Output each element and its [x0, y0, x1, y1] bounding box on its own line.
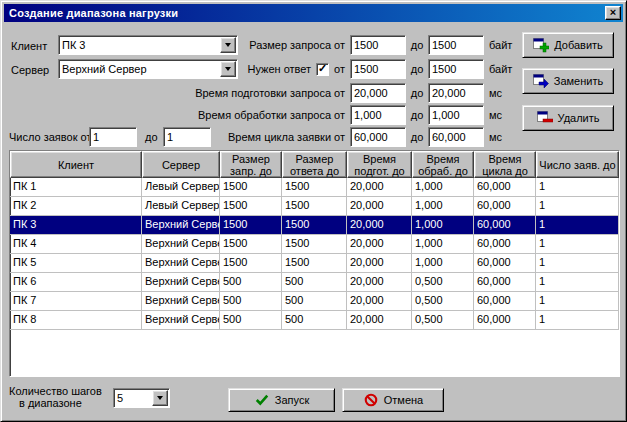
cancel-button-label: Отмена	[384, 394, 423, 406]
process-time-to-input[interactable]	[428, 105, 484, 125]
table-cell: Верхний Сервер	[142, 216, 220, 235]
table-row[interactable]: ПК 3Верхний Сервер1500150020,0001,00060,…	[10, 216, 619, 235]
process-time-unit: мс	[484, 109, 516, 121]
to-label: до	[406, 63, 428, 75]
from-label: от	[334, 63, 345, 75]
table-cell: 60,000	[474, 235, 536, 254]
chevron-down-icon	[157, 396, 163, 400]
replace-button[interactable]: Заменить	[522, 68, 614, 94]
table-cell: 500	[282, 311, 347, 330]
run-button-label: Запуск	[275, 394, 309, 406]
table-cell: ПК 5	[10, 254, 142, 273]
table-cell: 1	[536, 311, 619, 330]
to-label: до	[406, 39, 428, 51]
run-button[interactable]: Запуск	[228, 388, 335, 412]
table-cell: 500	[282, 292, 347, 311]
answer-size-from-input[interactable]	[350, 59, 406, 79]
request-count-from-input[interactable]	[89, 127, 137, 147]
table-cell: 1,000	[412, 197, 474, 216]
table-cell: 1,000	[412, 178, 474, 197]
add-button[interactable]: Добавить	[522, 32, 614, 58]
table-row[interactable]: ПК 5Верхний Сервер1500150020,0001,00060,…	[10, 254, 619, 273]
table-cell: 60,000	[474, 216, 536, 235]
table-cell: ПК 1	[10, 178, 142, 197]
table-cell: 1	[536, 235, 619, 254]
table-cell: 1	[536, 178, 619, 197]
window-title: Создание диапазона нагрузки	[9, 7, 605, 19]
request-size-from-input[interactable]	[350, 35, 406, 55]
table-body: ПК 1Левый Сервер1500150020,0001,00060,00…	[10, 178, 619, 330]
request-size-label: Размер запроса от	[183, 39, 350, 51]
column-header[interactable]: Число заяв. до	[536, 151, 619, 178]
table-row[interactable]: ПК 4Верхний Сервер1500150020,0001,00060,…	[10, 235, 619, 254]
table-cell: 1	[536, 254, 619, 273]
cycle-time-to-input[interactable]	[428, 127, 484, 147]
close-icon[interactable]: ×	[605, 6, 621, 20]
table-cell: 1	[536, 273, 619, 292]
column-header[interactable]: Клиент	[10, 151, 142, 178]
column-header[interactable]: Время цикла до	[474, 151, 536, 178]
steps-label: Количество шагов в диапазоне	[9, 385, 102, 409]
to-label: до	[406, 131, 428, 143]
table-cell: 500	[282, 273, 347, 292]
request-size-to-input[interactable]	[428, 35, 484, 55]
client-label: Клиент	[11, 40, 47, 52]
table-cell: 1500	[220, 235, 282, 254]
table-cell: Верхний Сервер	[142, 235, 220, 254]
need-answer-label: Нужен ответ	[247, 63, 311, 75]
prepare-time-from-input[interactable]	[350, 83, 406, 103]
table-cell: Верхний Сервер	[142, 273, 220, 292]
steps-dropdown-button[interactable]	[152, 390, 168, 406]
answer-size-unit: байт	[484, 63, 516, 75]
request-count-to-input[interactable]	[163, 127, 211, 147]
table-cell: 60,000	[474, 311, 536, 330]
delete-button[interactable]: Удалить	[522, 105, 614, 131]
table-cell: 20,000	[347, 311, 412, 330]
table-cell: 500	[220, 311, 282, 330]
column-header[interactable]: Время обраб. до	[412, 151, 474, 178]
prepare-time-label: Время подготовки запроса от	[183, 87, 350, 99]
title-bar[interactable]: Создание диапазона нагрузки ×	[4, 4, 623, 22]
table-cell: 500	[220, 292, 282, 311]
prepare-time-unit: мс	[484, 87, 516, 99]
steps-combobox[interactable]: 5	[113, 388, 170, 408]
process-time-row: Время обработки запроса от до мс	[183, 105, 516, 125]
column-header[interactable]: Сервер	[142, 151, 220, 178]
table-cell: 1500	[282, 197, 347, 216]
replace-icon	[533, 73, 549, 89]
table-cell: ПК 6	[10, 273, 142, 292]
add-button-label: Добавить	[554, 39, 603, 51]
table-cell: 60,000	[474, 178, 536, 197]
table-cell: 20,000	[347, 292, 412, 311]
table-row[interactable]: ПК 2Левый Сервер1500150020,0001,00060,00…	[10, 197, 619, 216]
table-cell: 1,000	[412, 254, 474, 273]
delete-button-label: Удалить	[558, 112, 600, 124]
cycle-time-from-input[interactable]	[350, 127, 406, 147]
steps-label-line1: Количество шагов	[9, 385, 102, 397]
table-cell: 60,000	[474, 197, 536, 216]
need-answer-checkbox[interactable]: ✓	[316, 63, 329, 76]
prepare-time-to-input[interactable]	[428, 83, 484, 103]
table-cell: 20,000	[347, 178, 412, 197]
table-cell: Левый Сервер	[142, 197, 220, 216]
table-row[interactable]: ПК 7Верхний Сервер50050020,0000,50060,00…	[10, 292, 619, 311]
check-icon: ✓	[318, 63, 327, 74]
table-cell: ПК 4	[10, 235, 142, 254]
column-header[interactable]: Размер ответа до	[282, 151, 347, 178]
table-cell: 0,500	[412, 292, 474, 311]
need-answer-label-group: Нужен ответ ✓ от	[183, 63, 350, 76]
process-time-from-input[interactable]	[350, 105, 406, 125]
column-header[interactable]: Время подгот. до	[347, 151, 412, 178]
column-header[interactable]: Размер запр. до	[220, 151, 282, 178]
load-table: КлиентСерверРазмер запр. доРазмер ответа…	[9, 150, 620, 377]
table-row[interactable]: ПК 6Верхний Сервер50050020,0000,50060,00…	[10, 273, 619, 292]
table-row[interactable]: ПК 1Левый Сервер1500150020,0001,00060,00…	[10, 178, 619, 197]
table-cell: 1500	[220, 178, 282, 197]
request-size-row: Размер запроса от до байт	[183, 35, 516, 55]
answer-size-to-input[interactable]	[428, 59, 484, 79]
cancel-button[interactable]: Отмена	[342, 388, 444, 412]
need-answer-row: Нужен ответ ✓ от до байт	[183, 59, 516, 79]
table-row[interactable]: ПК 8Верхний Сервер50050020,0000,50060,00…	[10, 311, 619, 330]
table-cell: ПК 2	[10, 197, 142, 216]
table-cell: Левый Сервер	[142, 178, 220, 197]
